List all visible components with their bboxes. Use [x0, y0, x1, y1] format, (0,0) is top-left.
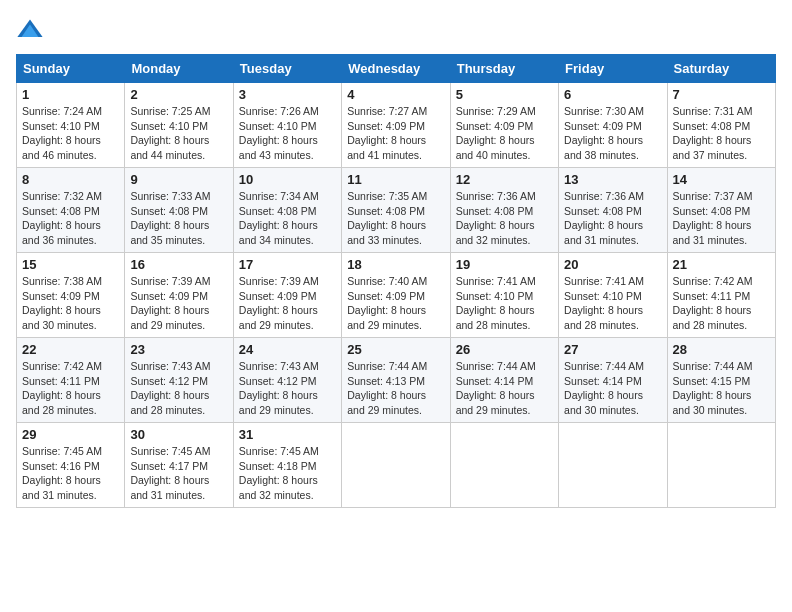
day-number: 13: [564, 172, 661, 187]
calendar-cell: 23Sunrise: 7:43 AMSunset: 4:12 PMDayligh…: [125, 338, 233, 423]
calendar-cell: 11Sunrise: 7:35 AMSunset: 4:08 PMDayligh…: [342, 168, 450, 253]
day-number: 1: [22, 87, 119, 102]
day-info: Sunrise: 7:40 AMSunset: 4:09 PMDaylight:…: [347, 274, 444, 333]
calendar-cell: [667, 423, 775, 508]
calendar-cell: [559, 423, 667, 508]
day-info: Sunrise: 7:45 AMSunset: 4:17 PMDaylight:…: [130, 444, 227, 503]
day-number: 3: [239, 87, 336, 102]
calendar-cell: 20Sunrise: 7:41 AMSunset: 4:10 PMDayligh…: [559, 253, 667, 338]
calendar-header-wednesday: Wednesday: [342, 55, 450, 83]
day-info: Sunrise: 7:34 AMSunset: 4:08 PMDaylight:…: [239, 189, 336, 248]
day-info: Sunrise: 7:33 AMSunset: 4:08 PMDaylight:…: [130, 189, 227, 248]
logo-icon: [16, 16, 44, 44]
day-number: 9: [130, 172, 227, 187]
calendar-cell: 30Sunrise: 7:45 AMSunset: 4:17 PMDayligh…: [125, 423, 233, 508]
calendar-cell: 15Sunrise: 7:38 AMSunset: 4:09 PMDayligh…: [17, 253, 125, 338]
day-number: 6: [564, 87, 661, 102]
day-info: Sunrise: 7:45 AMSunset: 4:18 PMDaylight:…: [239, 444, 336, 503]
calendar-cell: 10Sunrise: 7:34 AMSunset: 4:08 PMDayligh…: [233, 168, 341, 253]
calendar-cell: 29Sunrise: 7:45 AMSunset: 4:16 PMDayligh…: [17, 423, 125, 508]
day-number: 12: [456, 172, 553, 187]
calendar-cell: 2Sunrise: 7:25 AMSunset: 4:10 PMDaylight…: [125, 83, 233, 168]
calendar-cell: 9Sunrise: 7:33 AMSunset: 4:08 PMDaylight…: [125, 168, 233, 253]
calendar-cell: 31Sunrise: 7:45 AMSunset: 4:18 PMDayligh…: [233, 423, 341, 508]
calendar-cell: 26Sunrise: 7:44 AMSunset: 4:14 PMDayligh…: [450, 338, 558, 423]
day-number: 31: [239, 427, 336, 442]
calendar-week-2: 8Sunrise: 7:32 AMSunset: 4:08 PMDaylight…: [17, 168, 776, 253]
day-number: 24: [239, 342, 336, 357]
day-info: Sunrise: 7:25 AMSunset: 4:10 PMDaylight:…: [130, 104, 227, 163]
calendar-cell: [450, 423, 558, 508]
day-info: Sunrise: 7:41 AMSunset: 4:10 PMDaylight:…: [564, 274, 661, 333]
day-number: 30: [130, 427, 227, 442]
day-info: Sunrise: 7:44 AMSunset: 4:13 PMDaylight:…: [347, 359, 444, 418]
day-number: 25: [347, 342, 444, 357]
day-number: 2: [130, 87, 227, 102]
day-info: Sunrise: 7:32 AMSunset: 4:08 PMDaylight:…: [22, 189, 119, 248]
calendar-cell: 5Sunrise: 7:29 AMSunset: 4:09 PMDaylight…: [450, 83, 558, 168]
day-info: Sunrise: 7:27 AMSunset: 4:09 PMDaylight:…: [347, 104, 444, 163]
calendar-cell: [342, 423, 450, 508]
calendar-week-1: 1Sunrise: 7:24 AMSunset: 4:10 PMDaylight…: [17, 83, 776, 168]
calendar-header-thursday: Thursday: [450, 55, 558, 83]
calendar-cell: 4Sunrise: 7:27 AMSunset: 4:09 PMDaylight…: [342, 83, 450, 168]
calendar-week-3: 15Sunrise: 7:38 AMSunset: 4:09 PMDayligh…: [17, 253, 776, 338]
day-number: 4: [347, 87, 444, 102]
calendar-cell: 3Sunrise: 7:26 AMSunset: 4:10 PMDaylight…: [233, 83, 341, 168]
day-info: Sunrise: 7:42 AMSunset: 4:11 PMDaylight:…: [22, 359, 119, 418]
calendar-cell: 27Sunrise: 7:44 AMSunset: 4:14 PMDayligh…: [559, 338, 667, 423]
calendar-week-4: 22Sunrise: 7:42 AMSunset: 4:11 PMDayligh…: [17, 338, 776, 423]
day-number: 16: [130, 257, 227, 272]
day-number: 15: [22, 257, 119, 272]
calendar-header-saturday: Saturday: [667, 55, 775, 83]
calendar-cell: 7Sunrise: 7:31 AMSunset: 4:08 PMDaylight…: [667, 83, 775, 168]
day-info: Sunrise: 7:42 AMSunset: 4:11 PMDaylight:…: [673, 274, 770, 333]
day-info: Sunrise: 7:44 AMSunset: 4:14 PMDaylight:…: [564, 359, 661, 418]
day-info: Sunrise: 7:36 AMSunset: 4:08 PMDaylight:…: [564, 189, 661, 248]
calendar-header-monday: Monday: [125, 55, 233, 83]
day-number: 8: [22, 172, 119, 187]
day-number: 10: [239, 172, 336, 187]
day-number: 19: [456, 257, 553, 272]
calendar-header-row: SundayMondayTuesdayWednesdayThursdayFrid…: [17, 55, 776, 83]
day-number: 27: [564, 342, 661, 357]
day-number: 21: [673, 257, 770, 272]
day-info: Sunrise: 7:37 AMSunset: 4:08 PMDaylight:…: [673, 189, 770, 248]
day-info: Sunrise: 7:31 AMSunset: 4:08 PMDaylight:…: [673, 104, 770, 163]
calendar: SundayMondayTuesdayWednesdayThursdayFrid…: [16, 54, 776, 508]
calendar-cell: 8Sunrise: 7:32 AMSunset: 4:08 PMDaylight…: [17, 168, 125, 253]
day-info: Sunrise: 7:24 AMSunset: 4:10 PMDaylight:…: [22, 104, 119, 163]
calendar-week-5: 29Sunrise: 7:45 AMSunset: 4:16 PMDayligh…: [17, 423, 776, 508]
day-info: Sunrise: 7:45 AMSunset: 4:16 PMDaylight:…: [22, 444, 119, 503]
calendar-cell: 16Sunrise: 7:39 AMSunset: 4:09 PMDayligh…: [125, 253, 233, 338]
day-number: 5: [456, 87, 553, 102]
calendar-cell: 24Sunrise: 7:43 AMSunset: 4:12 PMDayligh…: [233, 338, 341, 423]
calendar-cell: 28Sunrise: 7:44 AMSunset: 4:15 PMDayligh…: [667, 338, 775, 423]
calendar-header-friday: Friday: [559, 55, 667, 83]
calendar-header-tuesday: Tuesday: [233, 55, 341, 83]
calendar-cell: 1Sunrise: 7:24 AMSunset: 4:10 PMDaylight…: [17, 83, 125, 168]
calendar-cell: 6Sunrise: 7:30 AMSunset: 4:09 PMDaylight…: [559, 83, 667, 168]
day-number: 29: [22, 427, 119, 442]
day-info: Sunrise: 7:44 AMSunset: 4:14 PMDaylight:…: [456, 359, 553, 418]
day-info: Sunrise: 7:38 AMSunset: 4:09 PMDaylight:…: [22, 274, 119, 333]
calendar-cell: 14Sunrise: 7:37 AMSunset: 4:08 PMDayligh…: [667, 168, 775, 253]
day-info: Sunrise: 7:43 AMSunset: 4:12 PMDaylight:…: [239, 359, 336, 418]
calendar-cell: 19Sunrise: 7:41 AMSunset: 4:10 PMDayligh…: [450, 253, 558, 338]
day-number: 17: [239, 257, 336, 272]
day-info: Sunrise: 7:29 AMSunset: 4:09 PMDaylight:…: [456, 104, 553, 163]
day-number: 18: [347, 257, 444, 272]
day-info: Sunrise: 7:41 AMSunset: 4:10 PMDaylight:…: [456, 274, 553, 333]
calendar-cell: 21Sunrise: 7:42 AMSunset: 4:11 PMDayligh…: [667, 253, 775, 338]
calendar-cell: 12Sunrise: 7:36 AMSunset: 4:08 PMDayligh…: [450, 168, 558, 253]
day-number: 22: [22, 342, 119, 357]
day-number: 28: [673, 342, 770, 357]
day-info: Sunrise: 7:30 AMSunset: 4:09 PMDaylight:…: [564, 104, 661, 163]
day-info: Sunrise: 7:44 AMSunset: 4:15 PMDaylight:…: [673, 359, 770, 418]
day-number: 20: [564, 257, 661, 272]
day-number: 23: [130, 342, 227, 357]
calendar-header-sunday: Sunday: [17, 55, 125, 83]
day-number: 14: [673, 172, 770, 187]
day-info: Sunrise: 7:26 AMSunset: 4:10 PMDaylight:…: [239, 104, 336, 163]
day-number: 26: [456, 342, 553, 357]
